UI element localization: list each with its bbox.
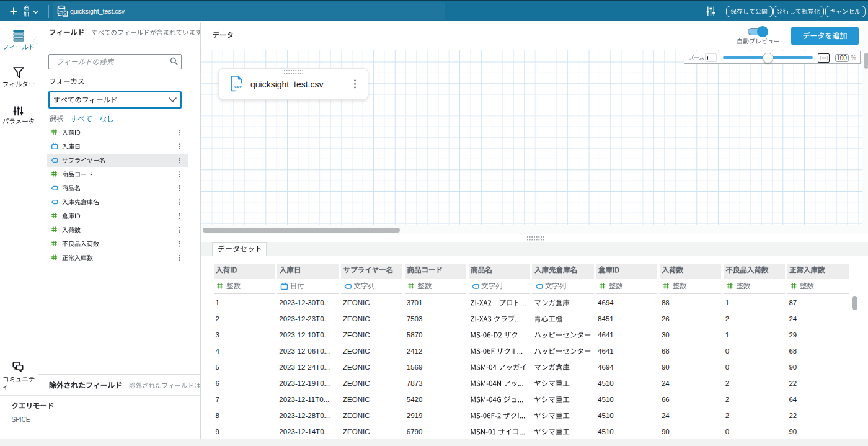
svg-text:csv: csv (234, 84, 242, 89)
